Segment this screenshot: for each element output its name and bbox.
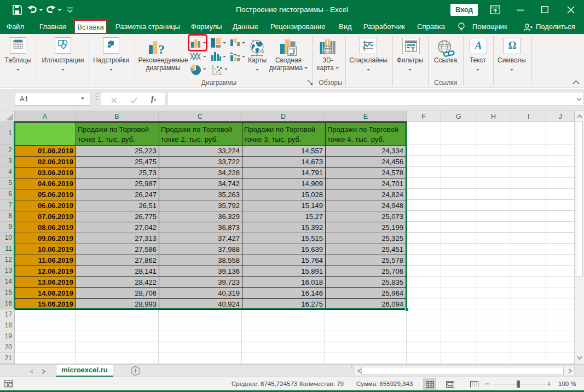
- svg-text:?: ?: [158, 42, 165, 56]
